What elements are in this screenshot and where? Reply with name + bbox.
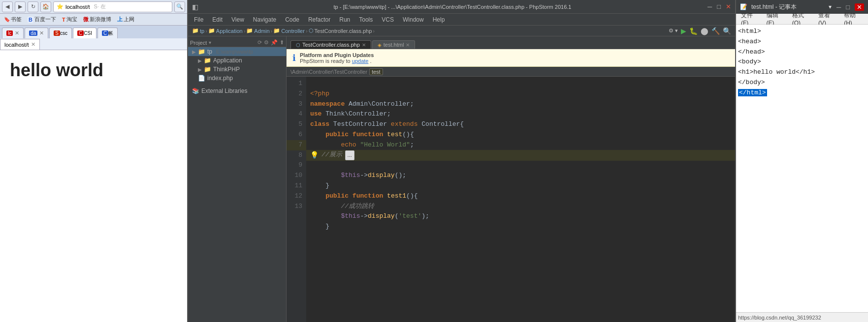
folder-icon2: 📁 [208,28,215,34]
bc-application[interactable]: Application [216,28,243,34]
debug-button[interactable]: 🐛 [689,27,698,35]
reload-button[interactable]: ↻ [28,1,38,12]
php-file-icon: ⬡ [309,28,314,34]
pin-icon[interactable]: 📌 [271,39,278,46]
taobao-icon: T [62,17,65,23]
notification-link[interactable]: update [352,58,369,64]
phpstorm-main: 📁 tp › 📁 Application › 📁 Admin › 📁 Contr… [188,26,735,322]
content-tabs: localhost/t ✕ [0,38,187,50]
bookmark-shangwang[interactable]: 上 上网 [115,16,136,23]
notification-icon: ℹ [292,53,296,63]
search-everywhere-button[interactable]: 🔍 [723,27,731,35]
menu-refactor[interactable]: Refactor [304,15,334,24]
menu-code[interactable]: Code [281,15,303,24]
tab-testcontroller-close[interactable]: ✕ [362,42,366,48]
line-num-5: 5 [287,119,306,130]
run-button[interactable]: ▶ [681,27,686,35]
tab-da-close[interactable]: ✕ [39,30,44,36]
content-tab-close[interactable]: ✕ [31,41,35,48]
line-num-7: 7 [287,140,306,150]
autocomplete-hint: \Admin\Controller\TestController test [287,67,735,77]
notepad-window: 📝 test.html - 记事本 ▾ ─ □ ✕ 文件(F) 编辑(E) 格式… [735,0,868,322]
browser-page: hello world [0,50,187,322]
tab-csc[interactable]: S csc [49,28,72,38]
phpstorm-breadcrumb: 📁 tp › 📁 Application › 📁 Admin › 📁 Contr… [188,26,735,36]
shangwang-label: 上网 [124,16,134,23]
tree-root[interactable]: ▶ 📁 tp E:\wamp\www\tp [188,47,286,56]
maximize-button[interactable]: □ [717,3,721,10]
bc-controller[interactable]: Controller [281,28,305,34]
menu-edit[interactable]: Edit [208,15,226,24]
code-editor[interactable]: 1 2 3 4 5 6 7 8 9 10 11 12 13 <?ph [287,77,735,322]
notepad-close[interactable]: ✕ [855,3,864,11]
bookmarks-bar: 🔖 书签 B 百度一下 T 淘宝 微 新浪微博 上 上网 [0,14,187,26]
back-button[interactable]: ◀ [2,1,13,12]
tree-indexphp[interactable]: 📄 index.php [188,74,286,83]
taobao-label: 淘宝 [66,16,77,23]
tab-testhtml[interactable]: ◈ test.html ✕ [372,40,416,49]
notepad-icon: 📝 [740,3,747,10]
settings-dropdown-icon[interactable]: ⚙ ▾ [669,28,678,34]
search-button[interactable]: 🔍 [174,1,185,12]
sync-icon[interactable]: ⟳ [257,39,262,46]
menu-help[interactable]: Help [429,15,449,24]
tab-da[interactable]: da ✕ [25,28,48,38]
csi-icon: C [77,30,84,36]
notepad-menubar: 文件(F) 编辑(E) 格式(O) 查看(V) 帮助(H) [736,14,868,25]
tab-zhang[interactable]: C 帐 [97,28,118,38]
bc-tp[interactable]: tp [200,28,204,34]
tab-testcontroller[interactable]: ⬡ TestController.class.php ✕ [290,40,371,49]
code-content[interactable]: <?php namespace Admin\Controller; use Th… [306,77,735,322]
zhang-icon: C [102,30,108,36]
menu-vcs[interactable]: VCS [378,15,398,24]
csi-label: CSI [84,30,92,36]
notepad-maximize[interactable]: □ [846,3,850,11]
bookmark-weibo[interactable]: 微 新浪微博 [81,16,113,23]
close-button[interactable]: ✕ [726,3,731,10]
menu-file[interactable]: File [190,15,207,24]
tab-lc[interactable]: lc ✕ [2,28,24,38]
content-tab-localhost[interactable]: localhost/t ✕ [0,39,40,50]
bc-admin[interactable]: Admin [254,28,269,34]
tree-external[interactable]: 📚 External Libraries [188,87,286,95]
menu-view[interactable]: View [227,15,248,24]
bc-file[interactable]: TestController.class.php [315,28,372,34]
menu-tools[interactable]: Tools [355,15,377,24]
expand-icon[interactable]: ⬆ [280,39,284,46]
menu-run[interactable]: Run [335,15,354,24]
address-bar[interactable]: ⭐ localhost/t S· 在 [53,1,172,12]
home-button[interactable]: 🏠 [40,1,51,12]
tab-lc-close[interactable]: ✕ [15,30,19,36]
phpstorm-window: ◧ tp - [E:\wamp\www\tp] - ...\Applicatio… [187,0,735,322]
tree-application[interactable]: ▶ 📁 Application [188,56,286,65]
tab-testhtml-close[interactable]: ✕ [406,42,410,48]
tab-testcontroller-label: TestController.class.php [302,42,360,48]
bookmark-icon: 🔖 [4,17,10,22]
notepad-content[interactable]: <html> <head> </head> <body> <h1>hello w… [736,25,868,312]
coverage-button[interactable]: ⬤ [701,27,708,35]
build-button[interactable]: 🔨 [711,27,720,35]
line-num-4: 4 [287,109,306,119]
phpstorm-title-text: tp - [E:\wamp\www\tp] - ...\Application\… [202,4,703,10]
notification-bar: ℹ Platform and Plugin Updates PhpStorm i… [287,49,735,67]
tree-thinkphp[interactable]: ▶ 📁 ThinkPHP [188,65,286,74]
forward-button[interactable]: ▶ [15,1,26,12]
external-lib-icon: 📚 [192,88,199,94]
project-label: Project [190,40,207,46]
bookmark-baidu[interactable]: B 百度一下 [26,16,58,23]
bc-sep1: › [205,28,207,34]
editor-area: Project ▾ ⟳ ⚙ 📌 ⬆ ▶ 📁 tp E:\wamp\www\tp … [188,36,735,322]
bookmark-bookmarks[interactable]: 🔖 书签 [2,16,24,23]
menu-window[interactable]: Window [399,15,428,24]
project-dropdown-icon[interactable]: ▾ [209,40,211,45]
baidu-icon: B [28,17,33,23]
line-num-2: 2 [287,89,306,99]
notepad-minimize[interactable]: ─ [836,3,841,11]
folder-icon: 📁 [192,28,199,34]
csc-icon: S [54,30,60,36]
menu-navigate[interactable]: Navigate [249,15,280,24]
bookmark-taobao[interactable]: T 淘宝 [60,16,79,23]
gear-icon[interactable]: ⚙ [264,39,269,46]
minimize-button[interactable]: ─ [707,3,712,10]
tab-csi[interactable]: C CSI [73,28,96,38]
